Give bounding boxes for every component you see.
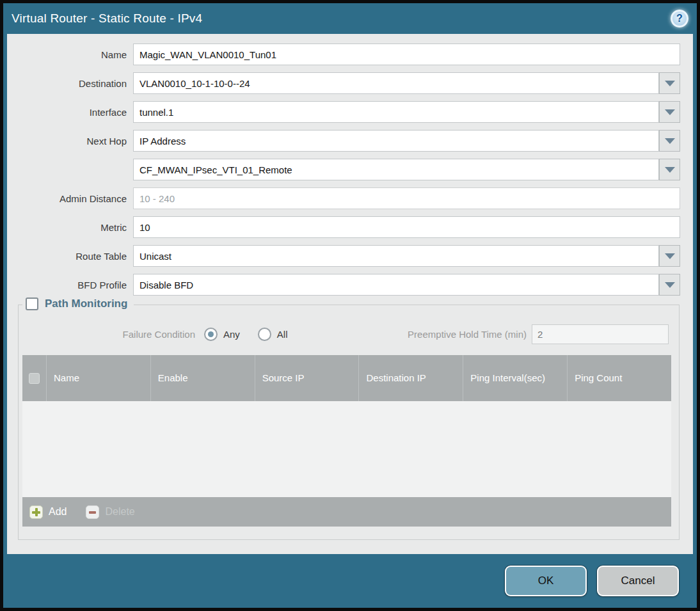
add-button-label: Add: [49, 506, 67, 518]
any-option-label: Any: [223, 329, 240, 340]
dropdown-arrow-icon: [665, 81, 675, 86]
metric-input[interactable]: [133, 216, 680, 238]
add-button[interactable]: Add: [29, 505, 67, 519]
column-header-name: Name: [46, 355, 150, 401]
bfd-profile-input[interactable]: [133, 274, 659, 296]
delete-button-label: Delete: [105, 506, 134, 518]
static-route-dialog: Virtual Router - Static Route - IPv4 ? N…: [0, 0, 700, 611]
add-plus-icon: [29, 505, 43, 519]
radio-selected-icon: [204, 328, 218, 341]
metric-field-row: Metric: [7, 216, 693, 238]
dialog-titlebar: Virtual Router - Static Route - IPv4 ?: [3, 3, 697, 34]
failure-condition-row: Failure Condition Any All Preemptive Hol…: [19, 323, 669, 345]
dialog-content: Name Destination Interface Next Hop: [7, 34, 693, 554]
route-table-label: Route Table: [7, 251, 133, 262]
destination-label: Destination: [7, 78, 133, 89]
route-table-dropdown-button[interactable]: [659, 245, 680, 267]
route-table-field-row: Route Table: [7, 245, 693, 267]
destination-dropdown-button[interactable]: [659, 72, 680, 94]
admin-distance-label: Admin Distance: [7, 193, 133, 204]
column-header-ping-interval: Ping Interval(sec): [463, 355, 567, 401]
next-hop-type-dropdown-button[interactable]: [659, 130, 680, 152]
delete-minus-icon: [86, 505, 99, 519]
preemptive-hold-time-input[interactable]: [532, 324, 669, 344]
failure-condition-any-option[interactable]: Any: [204, 328, 240, 341]
admin-distance-input[interactable]: [133, 187, 680, 209]
all-option-label: All: [277, 329, 288, 340]
path-monitoring-group: Path Monitoring Failure Condition Any Al…: [18, 305, 680, 540]
bfd-profile-label: BFD Profile: [7, 280, 133, 290]
delete-button[interactable]: Delete: [86, 505, 134, 519]
path-monitoring-checkbox[interactable]: [26, 298, 38, 310]
next-hop-address-dropdown-button[interactable]: [659, 159, 680, 180]
column-header-destination-ip: Destination IP: [358, 355, 463, 401]
next-hop-address-field-row: [7, 159, 693, 180]
next-hop-type-input[interactable]: [133, 130, 659, 152]
radio-unselected-icon: [258, 328, 271, 341]
ok-button[interactable]: OK: [505, 566, 587, 596]
failure-condition-label: Failure Condition: [19, 329, 204, 340]
dropdown-arrow-icon: [665, 167, 675, 173]
bfd-profile-field-row: BFD Profile: [7, 274, 693, 296]
metric-label: Metric: [7, 222, 133, 233]
admin-distance-field-row: Admin Distance: [7, 187, 693, 209]
bfd-profile-dropdown-button[interactable]: [659, 274, 680, 296]
interface-field-row: Interface: [7, 101, 693, 123]
select-all-checkbox[interactable]: [29, 373, 40, 384]
next-hop-label: Next Hop: [7, 136, 133, 147]
dropdown-arrow-icon: [665, 282, 675, 288]
name-input[interactable]: [133, 44, 680, 65]
dialog-footer: OK Cancel: [3, 554, 697, 608]
path-monitoring-table: Name Enable Source IP Destination IP Pin…: [22, 355, 671, 527]
dialog-title: Virtual Router - Static Route - IPv4: [12, 12, 202, 26]
destination-input[interactable]: [133, 72, 659, 94]
name-label: Name: [7, 49, 133, 60]
table-header-checkbox-cell: [22, 355, 46, 401]
table-header-row: Name Enable Source IP Destination IP Pin…: [22, 355, 671, 401]
next-hop-address-input[interactable]: [133, 159, 659, 180]
failure-condition-all-option[interactable]: All: [258, 328, 288, 341]
help-icon[interactable]: ?: [671, 10, 688, 28]
name-field-row: Name: [7, 44, 693, 65]
column-header-source-ip: Source IP: [255, 355, 359, 401]
column-header-ping-count: Ping Count: [567, 355, 671, 401]
table-toolbar: Add Delete: [22, 497, 671, 527]
cancel-button[interactable]: Cancel: [597, 566, 679, 596]
preemptive-hold-time-label: Preemptive Hold Time (min): [408, 329, 527, 340]
destination-field-row: Destination: [7, 72, 693, 94]
next-hop-type-field-row: Next Hop: [7, 130, 693, 152]
dropdown-arrow-icon: [665, 253, 675, 259]
interface-dropdown-button[interactable]: [659, 101, 680, 123]
table-body-empty: [22, 401, 671, 497]
dropdown-arrow-icon: [665, 109, 675, 115]
path-monitoring-legend: Path Monitoring: [22, 298, 134, 310]
dropdown-arrow-icon: [665, 138, 675, 144]
column-header-enable: Enable: [150, 355, 255, 401]
path-monitoring-title: Path Monitoring: [45, 298, 127, 310]
interface-input[interactable]: [133, 101, 659, 123]
route-table-input[interactable]: [133, 245, 659, 267]
interface-label: Interface: [7, 107, 133, 118]
